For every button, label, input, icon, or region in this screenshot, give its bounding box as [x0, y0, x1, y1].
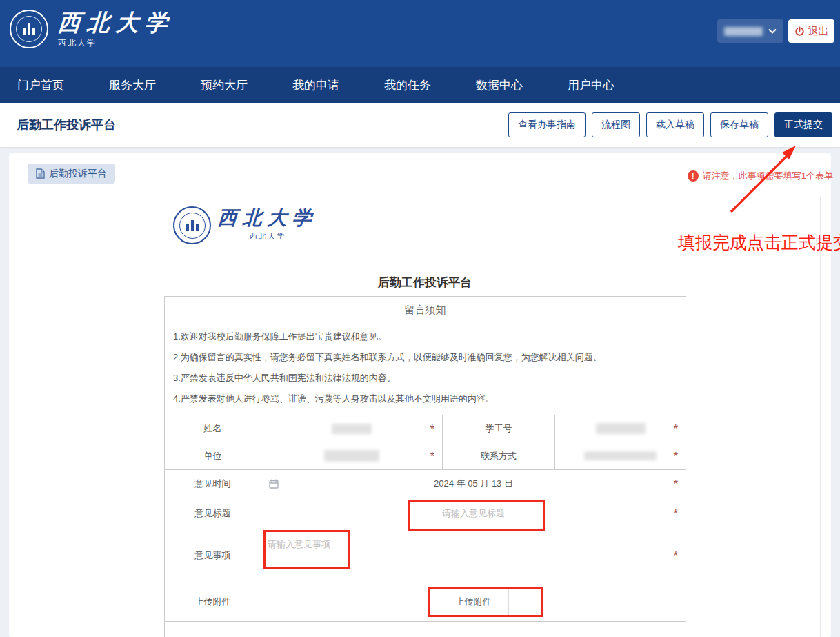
opinion-content-placeholder: 请输入意见事项: [268, 539, 330, 549]
logout-label: 退出: [808, 25, 829, 38]
notice-item-2: 2.为确保留言的真实性，请您务必留下真实姓名和联系方式，以便能够及时准确回复您，…: [173, 347, 677, 368]
tab-complaint-form[interactable]: 后勤投诉平台: [28, 164, 115, 184]
app-header: 西北大学 西北大学 退出: [0, 0, 840, 67]
form-title: 后勤工作投诉平台: [164, 275, 686, 291]
opinion-time-label: 意见时间: [165, 470, 261, 498]
unit-label: 单位: [165, 442, 261, 470]
submit-button[interactable]: 正式提交: [774, 112, 832, 137]
empty-label-cell: [165, 622, 261, 637]
logout-button[interactable]: 退出: [788, 19, 834, 43]
content-card: 后勤投诉平台 ! 请注意，此事项需要填写1个表单 西北大学 西北大学 后勤工作投…: [9, 153, 831, 637]
opinion-content-label: 意见事项: [165, 529, 261, 582]
warning-text: 请注意，此事项需要填写1个表单: [703, 170, 833, 182]
nav-item-user-center[interactable]: 用户中心: [568, 77, 617, 93]
contact-field[interactable]: *: [555, 442, 686, 470]
opinion-content-textarea[interactable]: 请输入意见事项 *: [261, 529, 686, 582]
tab-label: 后勤投诉平台: [49, 168, 107, 180]
notice-title: 留言须知: [173, 304, 677, 317]
required-mark: *: [673, 478, 678, 490]
required-mark: *: [430, 423, 434, 435]
unit-value-redacted: [324, 450, 379, 462]
page-title: 后勤工作投诉平台: [17, 117, 116, 133]
name-field[interactable]: *: [261, 415, 443, 442]
nav-item-booking-hall[interactable]: 预约大厅: [201, 77, 250, 93]
required-mark: *: [673, 550, 678, 562]
page: 西北大学 西北大学 退出 门户首页 服务大厅 预约大厅 我的申请 我的任务 数据…: [0, 0, 840, 637]
student-id-label: 学工号: [443, 415, 555, 442]
form-university-name: 西北大学: [217, 206, 318, 230]
calendar-icon: [269, 479, 279, 489]
student-id-value-redacted: [596, 423, 646, 434]
opinion-title-label: 意见标题: [165, 498, 261, 529]
university-name: 西北大学: [57, 10, 175, 36]
load-draft-button[interactable]: 载入草稿: [646, 112, 704, 137]
chevron-down-icon: [768, 28, 777, 34]
nav-item-my-applications[interactable]: 我的申请: [292, 77, 342, 93]
university-seal-icon: [10, 10, 48, 48]
opinion-title-placeholder: 请输入意见标题: [442, 507, 505, 520]
power-icon: [794, 26, 805, 37]
university-name-sub: 西北大学: [58, 37, 174, 49]
name-value-redacted: [332, 424, 372, 434]
required-mark: *: [673, 450, 678, 462]
upload-attachment-button[interactable]: 上传附件: [439, 587, 509, 617]
user-menu[interactable]: [717, 19, 783, 43]
name-label: 姓名: [165, 415, 261, 442]
nav-item-data-center[interactable]: 数据中心: [476, 77, 526, 93]
notice-cell: 留言须知 1.欢迎对我校后勤服务保障工作提出宝贵建议和意见。 2.为确保留言的真…: [165, 297, 686, 415]
form-university-name-sub: 西北大学: [218, 231, 317, 242]
notice-item-1: 1.欢迎对我校后勤服务保障工作提出宝贵建议和意见。: [173, 326, 677, 347]
nav-item-portal-home[interactable]: 门户首页: [17, 77, 67, 93]
main-nav: 门户首页 服务大厅 预约大厅 我的申请 我的任务 数据中心 用户中心: [0, 67, 840, 103]
form-card: 西北大学 西北大学 后勤工作投诉平台 留言须知 1.欢迎对我校后勤服务保障工作提…: [28, 197, 821, 637]
empty-value-cell: [261, 622, 686, 637]
opinion-time-value: 2024 年 05 月 13 日: [434, 478, 513, 490]
form-count-warning: ! 请注意，此事项需要填写1个表单: [688, 170, 833, 182]
required-mark: *: [430, 450, 434, 462]
student-id-field[interactable]: *: [555, 415, 686, 442]
form-university-logo: 西北大学 西北大学: [173, 206, 317, 244]
flowchart-button[interactable]: 流程图: [592, 112, 640, 137]
contact-label: 联系方式: [443, 442, 555, 470]
required-mark: *: [673, 423, 678, 435]
complaint-form-table: 留言须知 1.欢迎对我校后勤服务保障工作提出宝贵建议和意见。 2.为确保留言的真…: [164, 296, 686, 637]
upload-cell: 上传附件: [261, 582, 686, 622]
title-bar: 后勤工作投诉平台 查看办事指南 流程图 载入草稿 保存草稿 正式提交: [0, 103, 840, 147]
nav-item-service-hall[interactable]: 服务大厅: [109, 77, 159, 93]
university-logo: 西北大学 西北大学: [10, 10, 174, 49]
toolbar: 查看办事指南 流程图 载入草稿 保存草稿 正式提交: [508, 103, 832, 147]
opinion-title-input[interactable]: 请输入意见标题 *: [261, 498, 686, 529]
contact-value-redacted: [584, 451, 657, 460]
notice-item-4: 4.严禁发表对他人进行辱骂、诽谤、污蔑等人身攻击以及其他不文明用语的内容。: [173, 389, 677, 409]
view-guide-button[interactable]: 查看办事指南: [508, 112, 586, 137]
upload-label: 上传附件: [165, 582, 261, 622]
save-draft-button[interactable]: 保存草稿: [710, 112, 768, 137]
opinion-time-field[interactable]: 2024 年 05 月 13 日 *: [261, 470, 686, 498]
required-mark: *: [673, 508, 678, 520]
document-icon: [36, 168, 45, 179]
username-redacted: [724, 27, 763, 36]
notice-item-3: 3.严禁发表违反中华人民共和国宪法和法律法规的内容。: [173, 368, 677, 389]
nav-item-my-tasks[interactable]: 我的任务: [384, 77, 434, 93]
exclamation-icon: !: [688, 170, 699, 182]
unit-field[interactable]: *: [261, 442, 443, 470]
form-university-seal-icon: [173, 206, 211, 244]
